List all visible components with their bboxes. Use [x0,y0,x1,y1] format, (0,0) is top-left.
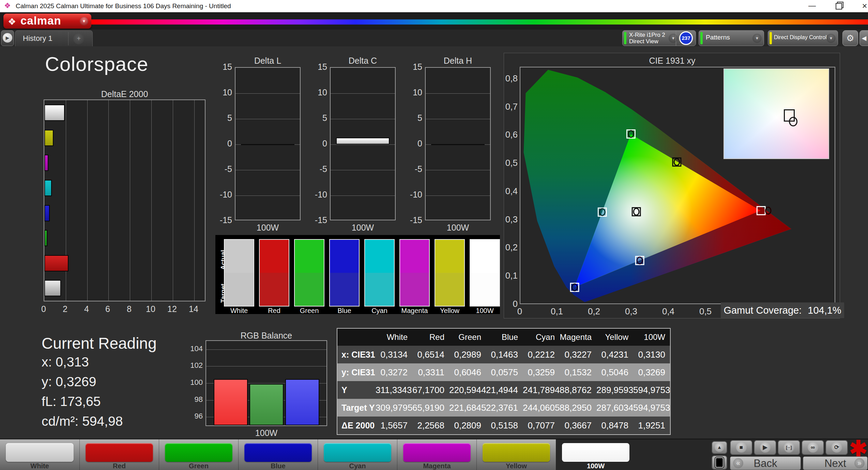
cie-y-tick: 0,8 [504,73,518,84]
deltae-gridline [87,100,88,301]
read-series-button[interactable]: [··] [778,440,800,455]
pattern-label: Red [80,462,159,470]
table-cell: 0,3311 [412,367,449,378]
back-label: Back [730,457,801,470]
pattern-button-green[interactable]: Green [159,439,238,470]
table-cell: 241,7894 [523,385,560,395]
pattern-window-button[interactable] [712,455,727,470]
strip-target-swatch [295,273,324,306]
table-row: x: CIE310,31340,65140,29890,14630,22120,… [337,346,670,363]
deltae-bar-100w [44,105,65,121]
rgb-balance-chart [205,340,327,426]
chevron-down-icon[interactable]: ▼ [669,34,678,43]
next-button[interactable]: Next » [803,456,868,470]
tab-history-1[interactable]: History 1 + [15,30,93,47]
meter-dropdown[interactable]: X-Rite i1Pro 2 Direct View ▼ 237 [622,30,696,46]
pattern-button-cyan[interactable]: Cyan [318,439,397,470]
calman-logo-button[interactable]: ❖ calman ▼ [3,14,91,29]
patterns-dropdown[interactable]: Patterns ▼ [699,30,764,46]
restore-icon [836,3,842,10]
history-panel-expand-button[interactable]: ▶ [1,30,14,46]
pattern-swatch [562,443,629,462]
refresh-button[interactable]: ⟳ [825,440,848,455]
strip-column-yellow [435,239,465,307]
pattern-label: 100W [556,462,635,470]
delta-gridline [235,170,300,170]
pattern-swatch [244,443,312,462]
strip-actual-swatch [295,240,324,273]
deltae-x-tick: 0 [35,304,52,314]
delta-gridline [235,195,300,196]
back-button[interactable]: « Back [730,456,801,470]
pattern-bar-expand-button[interactable]: ▲ [712,441,727,454]
delta-chart-title: Delta C [330,56,396,66]
delta-y-tick: 0 [212,139,232,148]
titlebar: ❖ Calman 2025 Calman Ultimate for Busine… [0,0,868,13]
chevron-down-icon[interactable]: ▼ [826,34,836,43]
tab-history-label: History 1 [23,34,52,43]
delta-y-tick: -5 [402,164,422,174]
table-row-label: y: CIE31 [337,367,376,377]
cie-x-tick: 0 [509,306,530,317]
delta-y-tick: 15 [402,62,422,72]
meter-status-stripe [624,32,626,44]
restore-button[interactable] [828,0,849,12]
play-icon: ▶ [760,442,771,453]
logo-bar: ❖ calman ▼ [0,13,868,30]
pattern-button-magenta[interactable]: Magenta [397,439,476,470]
pattern-button-white[interactable]: White [0,439,79,470]
pattern-button-yellow[interactable]: Yellow [476,439,556,470]
logo-dropdown-icon[interactable]: ▼ [80,17,88,26]
minimize-button[interactable]: — [802,0,823,12]
rgb-balance-title: RGB Balance [205,331,327,341]
chevron-down-icon[interactable]: ▼ [752,34,762,43]
read-continuous-button[interactable]: ∞ [802,440,824,455]
current-reading-values: x: 0,313y: 0,3269fL: 173,65cd/m²: 594,98 [42,355,123,434]
stop-button[interactable]: ■ [730,440,752,455]
tab-divider [68,32,68,45]
pattern-button-blue[interactable]: Blue [238,439,318,470]
strip-column-label: Red [259,307,289,315]
close-button[interactable]: × [854,0,868,12]
delta-y-tick: 15 [307,62,327,72]
table-cell: 21,4944 [486,385,523,395]
table-cell: 0,3130 [633,349,670,360]
rgb-x-label: 100W [205,428,327,438]
window-title: Calman 2025 Calman Ultimate for Business… [16,2,231,10]
pattern-button-100w[interactable]: 100W [556,439,635,470]
rgb-y-tick: 102 [183,361,203,370]
pattern-swatch [403,443,471,462]
delta-y-tick: 5 [402,113,422,123]
table-row-label: x: CIE31 [337,350,376,360]
pattern-bar: WhiteRedGreenBlueCyanMagentaYellow100W ▲… [0,439,868,470]
table-cell: 287,6034 [596,403,633,413]
table-header-cell: Yellow [596,332,633,342]
rgb-bar-blue [285,379,319,425]
play-button[interactable]: ▶ [754,440,776,455]
cie-y-tick: 0,4 [504,186,518,197]
table-row-label: Y [337,385,376,395]
table-header-cell: Green [449,332,486,342]
deltae-bar-green [44,230,47,246]
delta-chart-title: Delta L [235,56,301,66]
delta-y-tick: -15 [307,215,327,225]
settings-button[interactable]: ⚙ [842,30,858,46]
add-tab-button[interactable]: + [73,33,84,44]
pattern-button-red[interactable]: Red [79,439,159,470]
strip-target-swatch [435,273,464,306]
calman-logo-text: calman [20,14,61,27]
cie-panel: CIE 1931 xy [504,53,840,318]
strip-column-magenta [399,239,430,307]
gamut-coverage-readout: Gamut Coverage: 104,1% [721,302,844,318]
table-cell: 0,3272 [376,367,412,378]
table-header-cell: Blue [486,332,523,342]
deltae-chart [44,99,205,301]
strip-column-blue [329,239,360,307]
collapse-panel-button[interactable]: ◀ [859,30,868,46]
pattern-swatch [165,443,232,462]
table-cell: 0,6046 [449,367,486,378]
table-cell: 88,8762 [560,385,596,395]
pattern-label: Yellow [477,462,556,470]
table-cell: 0,5046 [596,367,633,378]
display-control-dropdown[interactable]: Direct Display Control ▼ [768,30,838,46]
